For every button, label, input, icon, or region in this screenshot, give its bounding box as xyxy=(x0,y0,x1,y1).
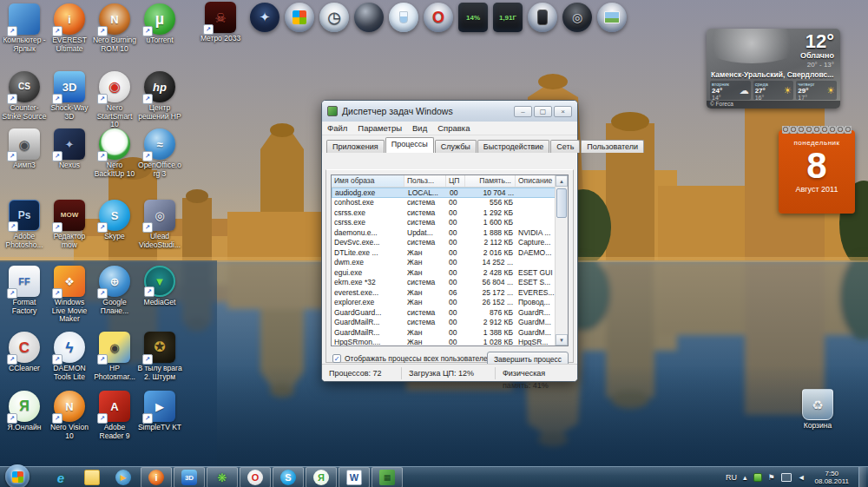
table-row[interactable]: GuardMailR... Жан 00 1 388 КБ GuardM... xyxy=(332,327,568,338)
desktop-icon[interactable]: µ uTorrent xyxy=(137,3,182,45)
tab[interactable]: Процессы xyxy=(385,137,434,153)
table-row[interactable]: explorer.exe Жан 00 26 152 ... Провод... xyxy=(332,298,568,308)
forecast-day[interactable]: четверг 29° 17° xyxy=(796,81,837,100)
dock-icon[interactable]: ✦ xyxy=(250,3,279,32)
dock-icon[interactable]: 14% xyxy=(458,3,488,32)
table-row[interactable]: conhost.exe система 00 556 КБ xyxy=(332,198,568,208)
window-control-button[interactable]: × xyxy=(554,106,572,117)
taskbar-item[interactable]: i xyxy=(141,467,172,487)
desktop-icon[interactable]: ✪ В тылу врага 2. Штурм xyxy=(137,332,182,381)
menu-item[interactable]: Параметры xyxy=(358,123,402,133)
tray-icon[interactable]: ▴ xyxy=(743,474,747,482)
table-row[interactable]: DTLite.exe ... Жан 00 2 016 КБ DAEMO... xyxy=(332,247,568,258)
show-all-processes-checkbox[interactable]: ✓ Отображать процессы всех пользователей xyxy=(332,354,491,363)
scroll-up-arrow[interactable]: ▲ xyxy=(556,175,568,187)
table-row[interactable]: GuardGuard... система 00 876 КБ GuardR..… xyxy=(332,307,568,318)
tray-icon[interactable] xyxy=(753,473,762,482)
taskbar-item[interactable]: S xyxy=(273,467,304,487)
desktop-icon[interactable]: MOW Редактор mow xyxy=(47,200,92,249)
menu-item[interactable]: Файл xyxy=(327,123,347,133)
desktop-icon[interactable]: Компьютер - Ярлык xyxy=(2,3,47,53)
desktop-icon[interactable]: FF Format Factory xyxy=(2,266,47,315)
tab[interactable]: Пользователи xyxy=(581,140,644,153)
table-row[interactable]: egui.exe Жан 00 2 428 КБ ESET GUI xyxy=(332,267,568,278)
desktop-icon[interactable]: ▶ SimpleTV KT xyxy=(137,391,182,432)
table-row[interactable]: dwm.exe Жан 00 14 252 ... xyxy=(332,258,568,268)
table-row[interactable]: GuardMailR... система 00 2 912 КБ GuardM… xyxy=(332,318,568,328)
desktop-icon[interactable]: ❖ Windows Live Movie Maker xyxy=(47,266,92,324)
desktop-icon[interactable]: 3D Shock-Way 3D xyxy=(47,71,92,121)
dock-icon[interactable] xyxy=(528,3,557,32)
weather-gadget[interactable]: 12° Облачно 20° - 13° Каменск-Уральский,… xyxy=(707,29,840,109)
column-header-user[interactable]: Польз... xyxy=(404,175,446,187)
desktop-icon[interactable]: Ps Adobe Photosho... xyxy=(2,200,47,249)
desktop-icon[interactable]: i EVEREST Ultimate xyxy=(47,3,92,53)
column-header-description[interactable]: Описание xyxy=(516,175,556,187)
taskbar-item[interactable]: Я xyxy=(306,467,337,487)
desktop-icon[interactable]: S Skype xyxy=(92,200,137,241)
desktop-icon[interactable]: hp Центр решений HP xyxy=(137,71,182,121)
table-row[interactable]: HpqSRmon.... Жан 00 1 028 КБ HpqSR... xyxy=(332,338,568,347)
desktop-icon[interactable]: ≈ OpenOffice.org 3 xyxy=(137,128,182,178)
table-row[interactable]: csrss.exe система 00 1 600 КБ xyxy=(332,218,568,228)
calendar-gadget[interactable]: понедельник 8 Август 2011 xyxy=(779,130,855,214)
taskbar-item[interactable]: ❋ xyxy=(207,467,238,487)
show-desktop-button[interactable] xyxy=(858,467,866,487)
menu-item[interactable]: Вид xyxy=(412,123,427,133)
column-header-memory[interactable]: Память... xyxy=(465,175,516,187)
dock-icon[interactable]: ◎ xyxy=(562,3,592,32)
desktop-icon[interactable]: ◎ Ulead VideoStudi... xyxy=(137,200,182,249)
window-control-button[interactable]: – xyxy=(514,106,532,117)
taskbar-item[interactable]: O xyxy=(240,467,271,487)
table-row[interactable]: daemonu.e... Updat... 00 1 888 КБ NVIDIA… xyxy=(332,227,568,238)
table-row[interactable]: ekrn.exe *32 система 00 56 804 ... ESET … xyxy=(332,278,568,288)
desktop-icon[interactable]: ♻ Корзина xyxy=(795,389,840,431)
tray-icon[interactable] xyxy=(781,473,792,482)
table-row[interactable]: everest.exe... Жан 06 25 172 ... EVERES.… xyxy=(332,287,568,298)
tray-icon[interactable]: ◄ xyxy=(798,474,806,482)
desktop-icon[interactable]: ◉ Nero StartSmart 10 xyxy=(92,71,137,129)
column-header-name[interactable]: Имя образа xyxy=(332,175,404,187)
tray-icon[interactable]: ⚑ xyxy=(768,474,775,482)
desktop-icon[interactable]: N Nero Vision 10 xyxy=(47,391,92,440)
desktop-icon[interactable]: CS Counter-Strike Source xyxy=(2,71,47,121)
taskbar-item[interactable] xyxy=(76,467,108,487)
taskbar-item[interactable]: W xyxy=(339,467,370,487)
forecast-day[interactable]: вторник 24° 14° xyxy=(710,81,751,100)
tab[interactable]: Приложения xyxy=(326,140,385,153)
desktop-icon[interactable]: ✦ Nexus xyxy=(47,128,92,170)
tab[interactable]: Службы xyxy=(435,140,477,153)
taskbar-item[interactable]: 3D xyxy=(174,467,205,487)
desktop-icon[interactable]: A Adobe Reader 9 xyxy=(92,391,137,440)
dock-icon[interactable]: ◷ xyxy=(319,3,349,32)
column-header-cpu[interactable]: ЦП xyxy=(446,175,465,187)
window-titlebar[interactable]: Диспетчер задач Windows –▢× xyxy=(322,101,577,122)
dock-icon[interactable] xyxy=(285,3,314,32)
desktop-icon[interactable]: ▼ MediaGet xyxy=(137,266,182,307)
dock-icon[interactable] xyxy=(597,3,627,32)
desktop-icon[interactable]: N Nero Burning ROM 10 xyxy=(92,3,137,53)
desktop-icon[interactable]: C CCleaner xyxy=(2,332,47,373)
desktop-icon[interactable]: ◉ HP Photosmar... xyxy=(92,332,137,381)
tab[interactable]: Сеть xyxy=(550,140,580,153)
desktop-icon[interactable]: ◉ Аимп3 xyxy=(2,128,47,170)
scroll-down-arrow[interactable]: ▼ xyxy=(556,334,568,346)
dock-icon[interactable] xyxy=(354,3,384,32)
dock-icon[interactable] xyxy=(389,3,418,32)
forecast-day[interactable]: среда 27° 16° xyxy=(753,81,794,100)
scrollbar-thumb[interactable] xyxy=(556,188,567,218)
tab[interactable]: Быстродействие xyxy=(477,140,550,153)
taskbar-item[interactable]: ▦ xyxy=(372,467,403,487)
start-button[interactable] xyxy=(5,464,30,487)
language-indicator[interactable]: RU xyxy=(726,473,737,482)
desktop-icon[interactable]: Я Я.Онлайн xyxy=(2,391,47,432)
dock-icon[interactable]: 1,91Г xyxy=(493,3,523,32)
table-row[interactable]: audiodg.exe LOCAL... 00 10 704 ... xyxy=(332,188,568,198)
desktop-icon[interactable]: ϟ DAEMON Tools Lite xyxy=(47,332,92,381)
clock[interactable]: 7:50 08.08.2011 xyxy=(812,470,852,485)
menu-item[interactable]: Справка xyxy=(437,123,470,133)
desktop-icon[interactable]: Nero BackItUp 10 xyxy=(92,128,137,178)
taskbar-item[interactable]: ▶ xyxy=(108,467,139,487)
desktop-icon[interactable]: ⊕ Google Плане... xyxy=(92,266,137,315)
desktop-icon[interactable]: ☠ Метро 2033 xyxy=(198,2,243,43)
